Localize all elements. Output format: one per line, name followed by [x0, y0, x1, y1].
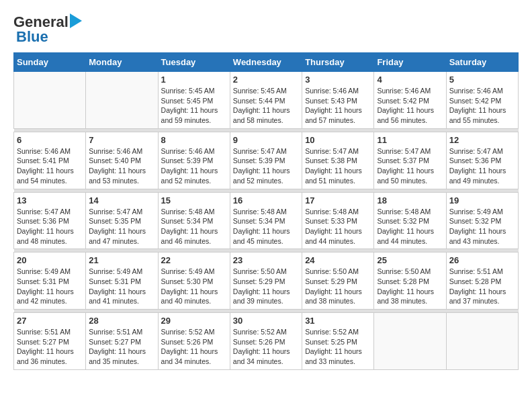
calendar-cell: 7Sunrise: 5:46 AMSunset: 5:40 PMDaylight…: [86, 132, 158, 189]
day-info: Sunrise: 5:48 AMSunset: 5:32 PMDaylight:…: [377, 207, 443, 246]
header-saturday: Saturday: [446, 53, 518, 72]
calendar-week-row: 1Sunrise: 5:45 AMSunset: 5:45 PMDaylight…: [14, 72, 519, 129]
header-monday: Monday: [86, 53, 158, 72]
day-info: Sunrise: 5:45 AMSunset: 5:45 PMDaylight:…: [161, 86, 227, 126]
day-number: 16: [233, 195, 299, 205]
calendar-week-row: 13Sunrise: 5:47 AMSunset: 5:36 PMDayligh…: [14, 192, 519, 249]
day-info: Sunrise: 5:51 AMSunset: 5:27 PMDaylight:…: [17, 327, 83, 367]
day-info: Sunrise: 5:51 AMSunset: 5:27 PMDaylight:…: [89, 327, 154, 367]
calendar-cell: 2Sunrise: 5:45 AMSunset: 5:44 PMDaylight…: [230, 72, 302, 129]
day-info: Sunrise: 5:46 AMSunset: 5:43 PMDaylight:…: [305, 86, 371, 126]
calendar-cell: 15Sunrise: 5:48 AMSunset: 5:34 PMDayligh…: [158, 192, 230, 249]
header-friday: Friday: [374, 53, 446, 72]
day-info: Sunrise: 5:45 AMSunset: 5:44 PMDaylight:…: [233, 86, 299, 126]
day-number: 2: [233, 75, 299, 85]
day-number: 11: [377, 135, 443, 145]
calendar-cell: 23Sunrise: 5:50 AMSunset: 5:29 PMDayligh…: [230, 253, 302, 310]
day-number: 31: [305, 316, 371, 326]
calendar-cell: 22Sunrise: 5:49 AMSunset: 5:30 PMDayligh…: [158, 253, 230, 310]
calendar-cell: [446, 313, 518, 370]
calendar-cell: 3Sunrise: 5:46 AMSunset: 5:43 PMDaylight…: [302, 72, 374, 129]
day-number: 6: [17, 135, 83, 145]
day-info: Sunrise: 5:47 AMSunset: 5:37 PMDaylight:…: [377, 146, 443, 186]
calendar-week-row: 27Sunrise: 5:51 AMSunset: 5:27 PMDayligh…: [14, 313, 519, 370]
day-info: Sunrise: 5:52 AMSunset: 5:25 PMDaylight:…: [305, 327, 371, 367]
calendar-cell: 20Sunrise: 5:49 AMSunset: 5:31 PMDayligh…: [14, 253, 86, 310]
day-info: Sunrise: 5:49 AMSunset: 5:31 PMDaylight:…: [89, 267, 154, 306]
day-number: 8: [161, 135, 227, 145]
header-wednesday: Wednesday: [230, 53, 302, 72]
day-number: 17: [305, 195, 371, 205]
calendar-table: SundayMondayTuesdayWednesdayThursdayFrid…: [13, 52, 519, 370]
day-info: Sunrise: 5:48 AMSunset: 5:34 PMDaylight:…: [161, 207, 227, 246]
calendar-cell: 31Sunrise: 5:52 AMSunset: 5:25 PMDayligh…: [302, 313, 374, 370]
day-info: Sunrise: 5:49 AMSunset: 5:30 PMDaylight:…: [161, 267, 227, 306]
calendar-cell: 16Sunrise: 5:48 AMSunset: 5:34 PMDayligh…: [230, 192, 302, 249]
day-number: 22: [161, 255, 227, 265]
day-number: 3: [305, 75, 371, 85]
calendar-cell: 1Sunrise: 5:45 AMSunset: 5:45 PMDaylight…: [158, 72, 230, 129]
logo-arrow-icon: [70, 13, 89, 28]
day-number: 14: [89, 195, 154, 205]
day-number: 29: [161, 316, 227, 326]
day-info: Sunrise: 5:46 AMSunset: 5:41 PMDaylight:…: [17, 146, 83, 186]
day-number: 30: [233, 316, 299, 326]
calendar-cell: [86, 72, 158, 129]
day-number: 27: [17, 316, 83, 326]
calendar-cell: 18Sunrise: 5:48 AMSunset: 5:32 PMDayligh…: [374, 192, 446, 249]
calendar-cell: 30Sunrise: 5:52 AMSunset: 5:26 PMDayligh…: [230, 313, 302, 370]
day-number: 4: [377, 75, 443, 85]
calendar-cell: 24Sunrise: 5:50 AMSunset: 5:29 PMDayligh…: [302, 253, 374, 310]
calendar-cell: 11Sunrise: 5:47 AMSunset: 5:37 PMDayligh…: [374, 132, 446, 189]
calendar-cell: 19Sunrise: 5:49 AMSunset: 5:32 PMDayligh…: [446, 192, 518, 249]
calendar-cell: 29Sunrise: 5:52 AMSunset: 5:26 PMDayligh…: [158, 313, 230, 370]
day-number: 18: [377, 195, 443, 205]
day-info: Sunrise: 5:46 AMSunset: 5:42 PMDaylight:…: [449, 86, 515, 126]
calendar-week-row: 20Sunrise: 5:49 AMSunset: 5:31 PMDayligh…: [14, 253, 519, 310]
day-number: 10: [305, 135, 371, 145]
day-number: 9: [233, 135, 299, 145]
calendar-header-row: SundayMondayTuesdayWednesdayThursdayFrid…: [14, 53, 519, 72]
svg-marker-0: [70, 13, 82, 28]
day-info: Sunrise: 5:47 AMSunset: 5:36 PMDaylight:…: [449, 146, 515, 186]
day-number: 25: [377, 255, 443, 265]
day-info: Sunrise: 5:50 AMSunset: 5:29 PMDaylight:…: [233, 267, 299, 306]
day-info: Sunrise: 5:49 AMSunset: 5:31 PMDaylight:…: [17, 267, 83, 306]
day-info: Sunrise: 5:46 AMSunset: 5:42 PMDaylight:…: [377, 86, 443, 126]
day-number: 15: [161, 195, 227, 205]
day-info: Sunrise: 5:50 AMSunset: 5:29 PMDaylight:…: [305, 267, 371, 306]
day-number: 19: [449, 195, 515, 205]
day-number: 28: [89, 316, 154, 326]
header-sunday: Sunday: [14, 53, 86, 72]
calendar-cell: 14Sunrise: 5:47 AMSunset: 5:35 PMDayligh…: [86, 192, 158, 249]
day-info: Sunrise: 5:46 AMSunset: 5:40 PMDaylight:…: [89, 146, 154, 186]
logo-blue: Blue: [16, 28, 48, 45]
calendar-cell: 17Sunrise: 5:48 AMSunset: 5:33 PMDayligh…: [302, 192, 374, 249]
day-number: 21: [89, 255, 154, 265]
calendar-cell: 27Sunrise: 5:51 AMSunset: 5:27 PMDayligh…: [14, 313, 86, 370]
day-number: 12: [449, 135, 515, 145]
calendar-cell: 5Sunrise: 5:46 AMSunset: 5:42 PMDaylight…: [446, 72, 518, 129]
page-header: General Blue: [13, 13, 519, 46]
calendar-cell: 4Sunrise: 5:46 AMSunset: 5:42 PMDaylight…: [374, 72, 446, 129]
day-info: Sunrise: 5:52 AMSunset: 5:26 PMDaylight:…: [161, 327, 227, 367]
header-tuesday: Tuesday: [158, 53, 230, 72]
calendar-week-row: 6Sunrise: 5:46 AMSunset: 5:41 PMDaylight…: [14, 132, 519, 189]
day-info: Sunrise: 5:46 AMSunset: 5:39 PMDaylight:…: [161, 146, 227, 186]
header-thursday: Thursday: [302, 53, 374, 72]
day-info: Sunrise: 5:47 AMSunset: 5:39 PMDaylight:…: [233, 146, 299, 186]
logo: General Blue: [13, 13, 89, 46]
day-number: 20: [17, 255, 83, 265]
day-number: 13: [17, 195, 83, 205]
calendar-cell: [374, 313, 446, 370]
calendar-cell: 25Sunrise: 5:50 AMSunset: 5:28 PMDayligh…: [374, 253, 446, 310]
calendar-cell: 9Sunrise: 5:47 AMSunset: 5:39 PMDaylight…: [230, 132, 302, 189]
calendar-cell: 13Sunrise: 5:47 AMSunset: 5:36 PMDayligh…: [14, 192, 86, 249]
day-info: Sunrise: 5:47 AMSunset: 5:36 PMDaylight:…: [17, 207, 83, 246]
day-info: Sunrise: 5:51 AMSunset: 5:28 PMDaylight:…: [449, 267, 515, 306]
day-info: Sunrise: 5:47 AMSunset: 5:38 PMDaylight:…: [305, 146, 371, 186]
day-number: 24: [305, 255, 371, 265]
day-number: 1: [161, 75, 227, 85]
day-info: Sunrise: 5:48 AMSunset: 5:33 PMDaylight:…: [305, 207, 371, 246]
day-info: Sunrise: 5:52 AMSunset: 5:26 PMDaylight:…: [233, 327, 299, 367]
